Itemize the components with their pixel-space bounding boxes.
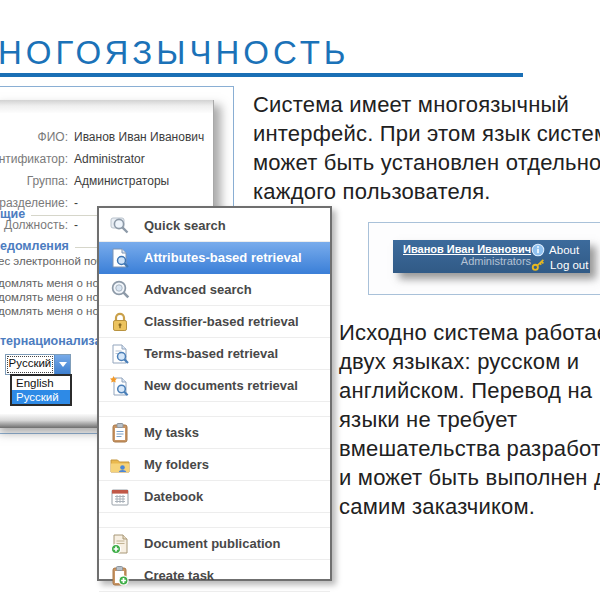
paragraph-line: Система имеет многоязычный [253,90,600,119]
my-folders-icon [109,454,131,476]
menu-item-advanced-search[interactable]: Advanced search [99,274,330,306]
paragraph-line: вмешательства разработч [339,434,600,463]
paragraph-line: английском. Перевод на [339,376,600,405]
classifier-retrieval-icon [109,311,131,333]
user-bar: Иванов Иван Иванович Administrators Abou… [393,240,590,273]
create-task-icon [109,565,131,587]
field-value: - [74,196,78,210]
menu-item-my-folders[interactable]: My folders [99,449,330,481]
paragraph-line: интерфейс. При этом язык систем [253,119,600,148]
window-top-edge [0,100,213,113]
menu-item-label: Classifier-based retrieval [144,314,299,329]
menu-item-label: My folders [144,457,209,472]
section-header-label: тернационализац [0,334,109,348]
menu-item-label: New documents retrieval [144,378,298,393]
menu-group-separator [99,513,330,528]
dropdown-option-russian[interactable]: Русский [12,390,70,404]
menu-item-classifier-based-retrieval[interactable]: Classifier-based retrieval [99,306,330,338]
paragraph-languages: Исходно система работае двух языках: рус… [339,318,600,521]
language-field: к: Русский [0,354,71,375]
document-publication-icon [109,533,131,555]
terms-retrieval-icon [109,343,131,365]
notification-label: домлять меня о новь [0,277,111,289]
title-underline [0,73,523,77]
menu-item-terms-based-retrieval[interactable]: Terms-based retrieval [99,338,330,370]
menu-item-datebook[interactable]: Datebook [99,481,330,513]
logout-link[interactable]: Log out [531,257,588,272]
quick-search-icon [109,215,131,237]
menu-item-my-tasks[interactable]: My tasks [99,417,330,449]
about-link[interactable]: About [531,243,588,257]
menu-item-document-publication[interactable]: Document publication [99,528,330,560]
chevron-down-icon [59,362,67,367]
advanced-search-icon [109,279,131,301]
language-label: к: [0,358,1,372]
field-value: Иванов Иван Иванович [74,130,204,144]
dropdown-option-english[interactable]: English [12,376,70,390]
field-label: ФИО: [0,130,68,144]
section-header-label: едомления [0,239,69,253]
language-selected-value[interactable]: Русский [6,355,55,374]
field-label: Должность: [0,218,68,232]
paragraph-line: каждого пользователя. [253,177,600,206]
form-row-fio: ФИО: Иванов Иван Иванович [0,126,205,148]
language-combobox[interactable]: Русский [5,354,72,375]
paragraph-line: и может быть выполнен д [339,463,600,492]
slide: НОГОЯЗЫЧНОСТЬ Система имеет многоязычный… [0,0,600,600]
notification-label: домлять меня о новь [0,305,111,317]
field-label: ентификатор: [0,152,68,166]
field-label: Группа: [0,174,68,188]
paragraph-line: двух языках: русском и [339,347,600,376]
field-value: - [74,218,78,232]
logout-label: Log out [550,259,588,271]
menu-item-quick-search[interactable]: Quick search [99,210,330,242]
menu-item-label: Attributes-based retrieval [144,250,302,265]
menu-group-separator [99,402,330,417]
menu-item-label: Create task [144,568,214,583]
paragraph-line: языки не требует [339,405,600,434]
menu-item-label: Advanced search [144,282,252,297]
user-name-link[interactable]: Иванов Иван Иванович [403,243,531,255]
menu-item-label: Datebook [144,489,203,504]
page-title: НОГОЯЗЫЧНОСТЬ [0,36,349,69]
datebook-icon [109,486,131,508]
notification-label: домлять меня о новь [0,291,111,303]
field-value: Administrator [74,152,145,166]
menu-item-label: My tasks [144,425,199,440]
menu-item-attributes-based-retrieval[interactable]: Attributes-based retrieval [99,242,330,274]
user-bar-actions: About Log out [531,243,588,270]
menu-item-new-documents-retrieval[interactable]: New documents retrieval [99,370,330,402]
my-tasks-icon [109,422,131,444]
menu-item-label: Quick search [144,218,226,233]
form-row-group: Группа: Администраторы [0,170,205,192]
field-value: Администраторы [74,174,169,188]
menu-item-create-task[interactable]: Create task [99,560,330,592]
paragraph-line: может быть установлен отдельно [253,148,600,177]
paragraph-line: Исходно система работае [339,318,600,347]
user-identity: Иванов Иван Иванович Administrators [403,243,531,270]
language-dropdown-list[interactable]: English Русский [10,374,72,406]
new-documents-icon [109,375,131,397]
menu-item-label: Terms-based retrieval [144,346,278,361]
form-row-identifier: ентификатор: Administrator [0,148,205,170]
menu-item-label: Document publication [144,536,281,551]
combobox-dropdown-button[interactable] [54,355,70,374]
info-icon [531,243,545,257]
about-label: About [549,244,579,256]
field-label: разделение: [0,196,68,210]
navigation-menu: Quick search Attributes-based retrieval … [97,206,332,581]
user-role-label: Administrators [461,255,531,267]
key-icon [531,257,546,272]
paragraph-line: самим заказчиком. [339,492,600,521]
attributes-retrieval-icon [109,247,131,269]
paragraph-multilingual: Система имеет многоязычный интерфейс. Пр… [253,90,600,206]
